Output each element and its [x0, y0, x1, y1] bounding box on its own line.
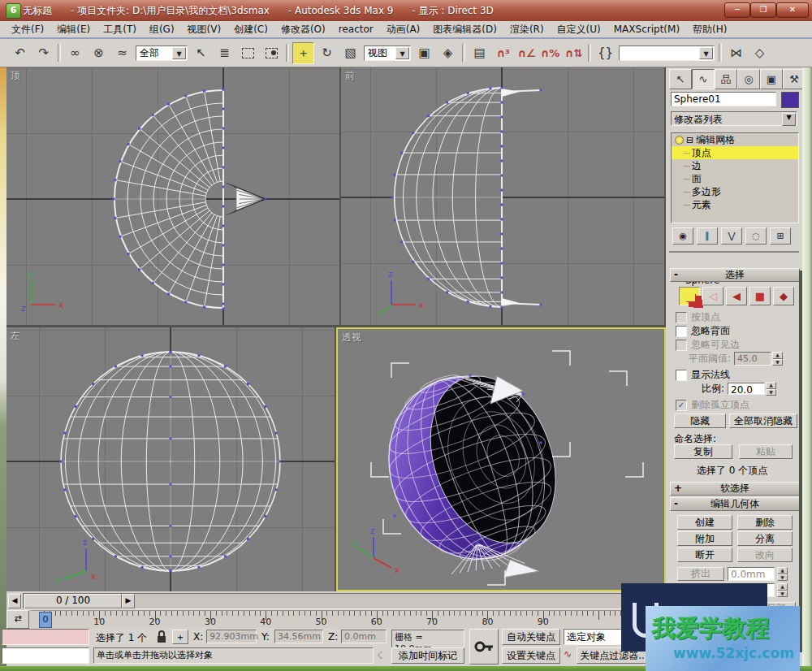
stack-row-vertex-selected[interactable]: ····顶点	[672, 146, 798, 159]
chevron-down-icon[interactable]: ▼	[699, 47, 713, 59]
copy-button[interactable]: 复制	[674, 444, 732, 459]
lightbulb-icon[interactable]	[675, 136, 684, 145]
add-time-tag-button[interactable]: 添加时间标记	[391, 647, 464, 664]
stack-row-polygon[interactable]: ····多边形	[672, 185, 798, 198]
previous-frame-icon[interactable]: ◀	[8, 594, 21, 608]
select-and-manipulate-icon[interactable]: ◈	[437, 42, 459, 64]
viewport-top[interactable]: yxz 顶	[6, 67, 339, 325]
use-pivot-center-icon[interactable]: ▣	[413, 42, 435, 64]
redo-icon[interactable]: ↷	[32, 42, 54, 64]
attach-button[interactable]: 附加	[677, 531, 732, 546]
viewport-left[interactable]: zyx 左	[6, 327, 335, 591]
hide-button[interactable]: 隐藏	[674, 413, 726, 428]
menu-item[interactable]: 工具(T)	[97, 21, 143, 38]
viewport-perspective-active[interactable]: zyx 透视	[336, 327, 666, 591]
selection-filter-dropdown[interactable]: 全部▼	[136, 45, 188, 61]
mirror-icon[interactable]: ⋈	[725, 42, 747, 64]
tab-hierarchy-icon[interactable]: 品	[715, 69, 737, 89]
rollout-soft-selection[interactable]: +软选择	[670, 482, 800, 496]
menu-item[interactable]: 文件(F)	[5, 21, 50, 38]
turn-button[interactable]: 改向	[737, 548, 793, 562]
chevron-down-icon[interactable]: ▼	[172, 47, 186, 59]
chevron-down-icon[interactable]: ▼	[395, 47, 409, 59]
detach-button[interactable]: 分离	[737, 531, 793, 546]
planar-threshold-spinner[interactable]: ▲▼	[772, 352, 783, 366]
viewport-label-top[interactable]: 顶	[11, 69, 20, 83]
stack-row-edge[interactable]: ····边	[672, 159, 798, 172]
maxscript-listener-white[interactable]	[2, 647, 89, 664]
edge-mode-icon[interactable]: ◁	[702, 287, 723, 305]
select-and-rotate-icon[interactable]: ↻	[316, 42, 338, 64]
menu-item[interactable]: reactor	[332, 22, 380, 37]
select-and-move-icon[interactable]: ＋	[292, 42, 314, 64]
rect-selection-region-icon[interactable]	[237, 42, 259, 64]
tab-create-icon[interactable]: ↖	[669, 69, 692, 89]
stack-row-face[interactable]: ····面	[672, 172, 798, 185]
menu-item[interactable]: 渲染(R)	[503, 21, 551, 38]
crossing-selection-icon[interactable]	[261, 42, 283, 64]
snap-toggle-icon[interactable]: ∩³	[492, 42, 514, 64]
ignore-backfacing-checkbox[interactable]: 忽略背面	[676, 325, 730, 337]
maximize-button[interactable]: ❐	[750, 2, 776, 18]
unhide-all-button[interactable]: 全部取消隐藏	[729, 413, 797, 428]
app-icon[interactable]: 6	[6, 3, 21, 19]
transform-typein-icon[interactable]: ＋	[172, 630, 188, 644]
planar-threshold-field[interactable]: 45.0	[734, 352, 771, 366]
object-name-field[interactable]: Sphere01	[671, 92, 776, 106]
angle-snap-icon[interactable]: ∩∠	[516, 42, 538, 64]
undo-icon[interactable]: ↶	[9, 42, 31, 64]
viewport-label-front[interactable]: 前	[345, 69, 355, 83]
rollout-edit-geometry[interactable]: -编辑几何体	[670, 497, 800, 511]
menu-item[interactable]: 编辑(E)	[50, 21, 97, 38]
menu-item[interactable]: 自定义(U)	[551, 21, 607, 38]
bind-to-spacewarp-icon[interactable]: ≈	[111, 42, 133, 64]
reference-coordsys-dropdown[interactable]: 视图▼	[364, 45, 411, 61]
unlink-selection-icon[interactable]: ⊗	[88, 42, 110, 64]
rollout-selection[interactable]: -选择	[670, 268, 800, 282]
select-object-icon[interactable]: ↖	[190, 42, 212, 64]
delete-isolated-vertices-checkbox[interactable]: ✓删除孤立顶点	[676, 399, 749, 411]
keyboard-override-icon[interactable]: ▤	[469, 42, 490, 64]
remove-modifier-icon[interactable]: ◌	[745, 227, 767, 245]
element-mode-icon[interactable]: ◆	[773, 287, 794, 305]
chevron-down-icon[interactable]: ▼	[782, 113, 796, 126]
normals-scale-field[interactable]: 20.0	[728, 383, 765, 395]
minimize-button[interactable]: ─	[724, 2, 750, 18]
named-selection-sets-icon[interactable]: {}	[594, 42, 616, 64]
auto-key-button[interactable]: 自动关键点	[502, 629, 560, 645]
extrude-button[interactable]: 挤出	[677, 567, 724, 581]
select-and-link-icon[interactable]: ∞	[64, 42, 86, 64]
current-frame-marker[interactable]: 0	[39, 612, 52, 628]
create-button[interactable]: 创建	[677, 515, 732, 530]
stack-row-modifier[interactable]: ⊟ 编辑网格	[672, 133, 798, 146]
set-key-mode-button[interactable]: 设置关键点	[502, 647, 560, 664]
break-button[interactable]: 断开	[677, 548, 732, 562]
key-wave-icon[interactable]: ∿	[564, 648, 572, 660]
set-key-icon[interactable]	[469, 629, 499, 665]
track-bar-ruler[interactable]: 0102030405060708090 0	[31, 610, 663, 628]
make-unique-icon[interactable]: ⋁	[721, 227, 742, 245]
percent-snap-icon[interactable]: ∩%	[539, 42, 561, 64]
polygon-mode-icon[interactable]: ■	[749, 287, 771, 305]
vertex-mode-icon[interactable]	[679, 287, 700, 305]
align-icon[interactable]: ◇	[749, 42, 771, 64]
menu-item[interactable]: 帮助(H)	[686, 21, 733, 38]
chamfer-spinner[interactable]: ▲▼	[777, 583, 788, 597]
communicator-icon[interactable]: ☇	[377, 649, 382, 661]
menu-item[interactable]: 动画(A)	[380, 21, 427, 38]
mini-trackview-icon[interactable]: ⇄	[6, 610, 29, 629]
close-button[interactable]: ✕	[776, 2, 809, 18]
menu-item[interactable]: 图表编辑器(D)	[426, 21, 503, 38]
show-normals-checkbox[interactable]: 显示法线	[676, 369, 730, 381]
time-slider-handle[interactable]: 0 / 100	[24, 594, 122, 608]
maxscript-listener-pink[interactable]	[2, 629, 89, 645]
show-end-result-icon[interactable]: ∥	[697, 227, 718, 245]
menu-item[interactable]: 组(G)	[143, 21, 181, 38]
menu-item[interactable]: 修改器(O)	[274, 21, 332, 38]
ignore-visible-edges-checkbox[interactable]: 忽略可见边	[676, 339, 740, 351]
named-selection-dropdown[interactable]: ▼	[619, 45, 715, 61]
extrude-spinner[interactable]: ▲▼	[777, 567, 788, 581]
extrude-field[interactable]: 0.0mm	[728, 567, 775, 581]
select-and-scale-icon[interactable]: ▧	[339, 42, 361, 64]
tab-display-icon[interactable]: ▣	[760, 69, 783, 89]
